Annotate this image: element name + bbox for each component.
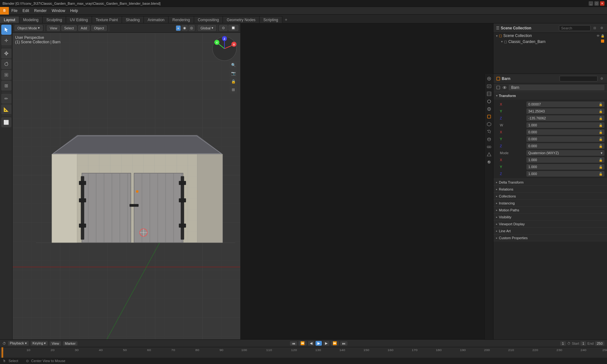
outliner-scene-collection-item[interactable]: ▾ ◻ Scene Collection 👁 🔒 xyxy=(494,33,607,39)
outliner-filter-button[interactable]: ⊟ xyxy=(592,25,598,31)
next-frame-button[interactable]: ⏩ xyxy=(331,341,339,346)
viewport-shading-material-button[interactable]: ◉ xyxy=(181,25,188,31)
object-name-field[interactable]: Barn xyxy=(509,85,604,90)
frame-all-button[interactable]: ⊞ xyxy=(230,86,237,94)
start-frame-field[interactable]: 1 xyxy=(580,341,586,346)
outliner-settings-button[interactable]: ⚙ xyxy=(599,25,604,31)
material-props-icon[interactable] xyxy=(486,159,493,166)
outliner-search-input[interactable] xyxy=(559,25,591,31)
render-props-icon[interactable] xyxy=(486,75,493,82)
view-layer-props-icon[interactable] xyxy=(486,90,493,97)
motion-paths-section[interactable]: ▸ Motion Paths xyxy=(494,207,607,214)
custom-properties-section[interactable]: ▸ Custom Properties xyxy=(494,234,607,241)
viewport-shading-render-button[interactable]: ◎ xyxy=(188,25,195,31)
jump-start-button[interactable]: ⏮ xyxy=(290,341,297,346)
tab-scripting[interactable]: Scripting xyxy=(260,16,282,23)
snap-button[interactable]: 🔲 xyxy=(228,25,238,31)
menu-edit[interactable]: Edit xyxy=(20,7,32,15)
rotation-z-field[interactable]: 0.000 🔓 xyxy=(526,143,604,149)
instancing-section[interactable]: ▸ Instancing xyxy=(494,200,607,207)
lock-camera-button[interactable]: 🔒 xyxy=(230,78,237,85)
add-workspace-button[interactable]: + xyxy=(282,16,290,23)
object-menu-button[interactable]: Object xyxy=(91,25,107,31)
visibility-section[interactable]: ▸ Visibility xyxy=(494,214,607,221)
properties-search-input[interactable] xyxy=(560,76,598,82)
scale-z-field[interactable]: 1.000 🔓 xyxy=(526,171,604,177)
timeline-marker-button[interactable]: Marker xyxy=(63,341,77,346)
keying-dropdown[interactable]: Keying ▾ xyxy=(31,341,48,346)
scale-tool-button[interactable] xyxy=(1,70,11,80)
prev-frame-button[interactable]: ⏪ xyxy=(298,341,307,346)
tab-sculpting[interactable]: Sculpting xyxy=(43,16,66,23)
tab-geometry-nodes[interactable]: Geometry Nodes xyxy=(223,16,260,23)
viewport-shading-solid-button[interactable]: ● xyxy=(176,25,181,31)
jump-end-button[interactable]: ⏭ xyxy=(340,341,347,346)
relations-section[interactable]: ▸ Relations xyxy=(494,186,607,193)
scale-y-field[interactable]: 1.000 🔓 xyxy=(526,164,604,170)
minimize-button[interactable]: _ xyxy=(589,1,593,6)
data-props-icon[interactable] xyxy=(486,151,493,158)
rotate-tool-button[interactable] xyxy=(1,59,11,69)
output-props-icon[interactable] xyxy=(486,83,493,90)
location-y-field[interactable]: 341.25043 🔓 xyxy=(526,108,604,114)
tab-texture-paint[interactable]: Texture Paint xyxy=(92,16,122,23)
cursor-tool-button[interactable]: ✛ xyxy=(1,35,11,46)
maximize-button[interactable]: □ xyxy=(594,1,599,6)
menu-render[interactable]: Render xyxy=(32,7,49,15)
scale-x-field[interactable]: 1.000 🔓 xyxy=(526,157,604,163)
viewport-gizmo[interactable]: X Y Z xyxy=(212,36,237,61)
viewport-display-section[interactable]: ▸ Viewport Display xyxy=(494,221,607,228)
playback-dropdown[interactable]: Playback ▾ xyxy=(8,341,29,346)
transform-section-header[interactable]: ▾ Transform xyxy=(494,92,607,100)
move-tool-button[interactable] xyxy=(1,48,11,58)
menu-help[interactable]: Help xyxy=(68,7,81,15)
camera-view-button[interactable]: 📷 xyxy=(230,70,237,77)
particles-props-icon[interactable] xyxy=(486,128,493,135)
tab-rendering[interactable]: Rendering xyxy=(169,16,194,23)
timeline-ruler[interactable]: 1 10 20 30 40 50 60 70 80 90 100 110 120… xyxy=(0,347,607,359)
zoom-in-button[interactable]: 🔍 xyxy=(230,61,237,69)
close-button[interactable]: ✕ xyxy=(600,1,604,6)
object-props-icon[interactable] xyxy=(486,113,493,120)
location-z-field[interactable]: -135.76062 🔓 xyxy=(526,115,604,121)
location-x-field[interactable]: 0.00007 🔓 xyxy=(526,101,604,107)
select-tool-button[interactable] xyxy=(1,25,11,35)
menu-file[interactable]: File xyxy=(9,7,20,15)
current-frame-field[interactable]: 1 xyxy=(560,341,566,346)
select-menu-button[interactable]: Select xyxy=(61,25,77,31)
tab-modeling[interactable]: Modeling xyxy=(19,16,43,23)
next-keyframe-button[interactable]: ▶ xyxy=(323,341,329,346)
play-button[interactable]: ▶ xyxy=(316,341,322,346)
properties-settings-button[interactable]: ⚙ xyxy=(599,76,604,82)
tab-animation[interactable]: Animation xyxy=(144,16,169,23)
scene-props-icon[interactable] xyxy=(486,98,493,105)
tab-uv-editing[interactable]: UV Editing xyxy=(66,16,92,23)
view-menu-button[interactable]: View xyxy=(47,25,60,31)
rotation-w-field[interactable]: 1.000 🔓 xyxy=(526,122,604,128)
add-cube-button[interactable]: ⬜ xyxy=(1,117,11,127)
annotate-tool-button[interactable]: ✏ xyxy=(1,94,11,104)
line-art-section[interactable]: ▸ Line Art xyxy=(494,228,607,234)
proportional-editing-button[interactable]: ⊙ xyxy=(219,25,228,31)
outliner-barn-item[interactable]: ▾ ◻ Classic_Garden_Barn xyxy=(494,39,607,45)
object-mode-dropdown[interactable]: Object Mode ▾ xyxy=(15,25,43,31)
transform-tool-button[interactable]: ⊞ xyxy=(1,81,11,91)
measure-tool-button[interactable]: 📐 xyxy=(1,104,11,114)
transform-global-dropdown[interactable]: Global ▾ xyxy=(198,25,216,31)
rotation-x-field[interactable]: 0.000 🔓 xyxy=(526,129,604,135)
physics-props-icon[interactable] xyxy=(486,136,493,143)
timeline-view-button[interactable]: View xyxy=(50,341,61,346)
delta-transform-section[interactable]: ▸ Delta Transform xyxy=(494,179,607,186)
tab-compositing[interactable]: Compositing xyxy=(194,16,223,23)
3d-viewport[interactable]: User Perspective (1) Scene Collection | … xyxy=(13,33,240,345)
world-props-icon[interactable] xyxy=(486,106,493,112)
rotation-y-field[interactable]: 0.000 🔓 xyxy=(526,136,604,142)
prev-keyframe-button[interactable]: ◀ xyxy=(308,341,314,346)
tab-shading[interactable]: Shading xyxy=(122,16,144,23)
add-menu-button[interactable]: Add xyxy=(78,25,90,31)
constraints-props-icon[interactable] xyxy=(486,143,493,150)
rotation-mode-dropdown[interactable]: Quaternion (WXYZ) ▾ xyxy=(526,150,604,156)
end-frame-field[interactable]: 250 xyxy=(595,341,604,346)
collections-section[interactable]: ▸ Collections xyxy=(494,193,607,200)
modifier-props-icon[interactable] xyxy=(486,121,493,128)
